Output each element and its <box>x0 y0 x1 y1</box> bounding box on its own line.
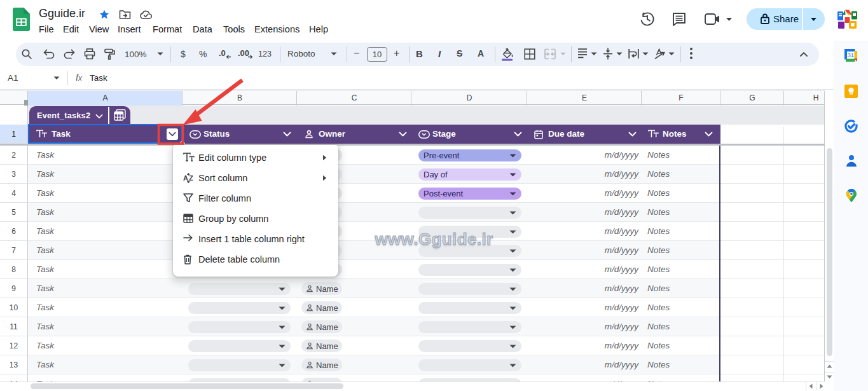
svg-text:Z: Z <box>189 174 193 182</box>
svg-text:A: A <box>183 174 188 182</box>
svg-text:31: 31 <box>848 51 855 58</box>
